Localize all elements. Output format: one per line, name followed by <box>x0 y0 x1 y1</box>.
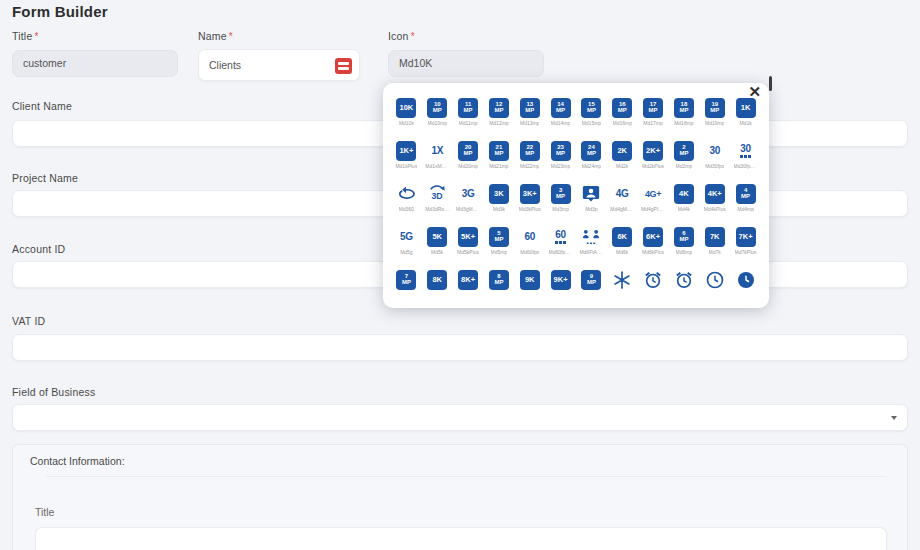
icon-option[interactable]: 7K+Md7kPlus <box>732 226 760 269</box>
field-of-business-label: Field of Business <box>12 386 95 398</box>
icon-option[interactable]: 12MPMd12mp <box>485 97 513 140</box>
icon-option[interactable]: 60Md60fpsSelect <box>547 226 575 269</box>
icon-option[interactable]: 3KMd3k <box>485 183 513 226</box>
remove-icon[interactable] <box>335 58 352 74</box>
accesstimefilled-icon <box>735 269 756 290</box>
page-title: Form Builder <box>12 3 108 20</box>
icon-option[interactable]: 10KMd10k <box>392 97 420 140</box>
vat-id-input[interactable] <box>12 334 908 361</box>
icon-option-label: Md15mp <box>582 120 601 126</box>
icon-option[interactable]: 30Md30fpsSelect <box>732 140 760 183</box>
icon-option[interactable]: 4KMd4k <box>670 183 698 226</box>
3k-icon: 3K <box>488 183 509 204</box>
icon-option[interactable]: 4K+Md4kPlus <box>701 183 729 226</box>
2k-icon: 2K <box>612 140 633 161</box>
icon-option[interactable]: 7MP <box>392 269 420 308</box>
icon-option[interactable]: 5MPMd5mp <box>485 226 513 269</box>
title-input[interactable]: customer <box>12 50 178 77</box>
icon-option[interactable]: 17MPMd17mp <box>639 97 667 140</box>
icon-option[interactable]: 3DMd3dRotation <box>423 183 451 226</box>
60fps-icon: 60 <box>519 226 540 247</box>
icon-option[interactable]: 10MPMd10mp <box>423 97 451 140</box>
10mp-icon: 10MP <box>427 97 448 118</box>
icon-option[interactable]: 1KMd1k <box>732 97 760 140</box>
icon-option[interactable]: 9MP <box>577 269 605 308</box>
name-input-value: Clients <box>209 59 241 71</box>
9kplus-icon: 9K+ <box>550 269 571 290</box>
icon-option[interactable]: 5GMd5g <box>392 226 420 269</box>
4gmobiledata-icon: 4G <box>612 183 633 204</box>
field-group-icon: Icon* Md10K <box>388 26 544 77</box>
icon-option[interactable]: 2K+Md2kPlus <box>639 140 667 183</box>
icon-option[interactable]: 16MPMd16mp <box>608 97 636 140</box>
name-input[interactable]: Clients <box>198 49 360 81</box>
icon-option[interactable]: 19MPMd19mp <box>701 97 729 140</box>
icon-option[interactable] <box>639 269 667 308</box>
icon-option[interactable]: 21MPMd21mp <box>485 140 513 183</box>
icon-picker-popup: ✕ 10KMd10k10MPMd10mp11MPMd11mp12MPMd12mp… <box>383 83 769 308</box>
icon-option[interactable]: 6MPMd6mp <box>670 226 698 269</box>
icon-option[interactable]: 14MPMd14mp <box>547 97 575 140</box>
contact-title-input[interactable] <box>35 527 887 550</box>
icon-option[interactable]: Md360 <box>392 183 420 226</box>
6mp-icon: 6MP <box>673 226 694 247</box>
icon-option[interactable] <box>701 269 729 308</box>
icon-option[interactable]: 18MPMd18mp <box>670 97 698 140</box>
icon-option[interactable]: 8K <box>423 269 451 308</box>
icon-option[interactable]: Md3p <box>577 183 605 226</box>
icon-option[interactable]: 23MPMd23mp <box>547 140 575 183</box>
icon-option[interactable] <box>732 269 760 308</box>
icon-option-label: Md23mp <box>551 163 570 169</box>
icon-option[interactable]: 7KMd7k <box>701 226 729 269</box>
2kplus-icon: 2K+ <box>643 140 664 161</box>
icon-option[interactable]: 22MPMd22mp <box>516 140 544 183</box>
icon-option[interactable]: 30Md30fps <box>701 140 729 183</box>
icon-option[interactable] <box>670 269 698 308</box>
icon-option[interactable]: Md6FtApart <box>577 226 605 269</box>
1kplus-icon: 1K+ <box>396 140 417 161</box>
icon-option[interactable]: 13MPMd13mp <box>516 97 544 140</box>
icon-option-label: Md6kPlus <box>642 249 664 255</box>
10k-icon: 10K <box>396 97 417 118</box>
icon-option[interactable]: 4G+Md4gPlusMobiledata <box>639 183 667 226</box>
field-of-business-select[interactable] <box>12 404 908 431</box>
icon-option-label: Md6mp <box>676 249 693 255</box>
19mp-icon: 19MP <box>704 97 725 118</box>
15mp-icon: 15MP <box>581 97 602 118</box>
svg-text:3D: 3D <box>432 190 443 200</box>
icon-option[interactable]: 2MPMd2mp <box>670 140 698 183</box>
icon-option[interactable]: 4MPMd4mp <box>732 183 760 226</box>
icon-option[interactable]: 3K+Md3kPlus <box>516 183 544 226</box>
icon-option[interactable]: 4GMd4gMobiledata <box>608 183 636 226</box>
icon-option[interactable]: 24MPMd24mp <box>577 140 605 183</box>
icon-input[interactable]: Md10K <box>388 50 544 77</box>
icon-option[interactable] <box>608 269 636 308</box>
icon-option-label: Md10k <box>399 120 414 126</box>
contact-information-section: Contact Information: Title <box>12 444 908 550</box>
icon-option[interactable]: 8MP <box>485 269 513 308</box>
icon-option[interactable]: 1K+Md1kPlus <box>392 140 420 183</box>
icon-option[interactable]: 2KMd2k <box>608 140 636 183</box>
icon-option-label: Md13mp <box>520 120 539 126</box>
icon-option[interactable]: 9K <box>516 269 544 308</box>
icon-option[interactable]: 15MPMd15mp <box>577 97 605 140</box>
icon-option[interactable]: 9K+ <box>547 269 575 308</box>
icon-option[interactable]: 20MPMd20mp <box>454 140 482 183</box>
icon-option[interactable]: 60Md60fps <box>516 226 544 269</box>
icon-option[interactable]: 6KMd6k <box>608 226 636 269</box>
divider <box>46 476 887 477</box>
icon-option[interactable]: 8K+ <box>454 269 482 308</box>
icon-option-label: Md5mp <box>491 249 508 255</box>
icon-option[interactable]: 11MPMd11mp <box>454 97 482 140</box>
icon-option[interactable]: 3GMd3gMobiledata <box>454 183 482 226</box>
icon-option-label: Md14mp <box>551 120 570 126</box>
icon-option[interactable]: 5KMd5k <box>423 226 451 269</box>
icon-option[interactable]: 6K+Md6kPlus <box>639 226 667 269</box>
9mp-icon: 9MP <box>581 269 602 290</box>
icon-option-label: Md12mp <box>489 120 508 126</box>
icon-option[interactable]: 3MPMd3mp <box>547 183 575 226</box>
popup-scrollbar[interactable] <box>769 76 772 91</box>
icon-option[interactable]: 1XMd1xMobiledata <box>423 140 451 183</box>
6ftapart-icon <box>581 226 602 247</box>
icon-option[interactable]: 5K+Md5kPlus <box>454 226 482 269</box>
